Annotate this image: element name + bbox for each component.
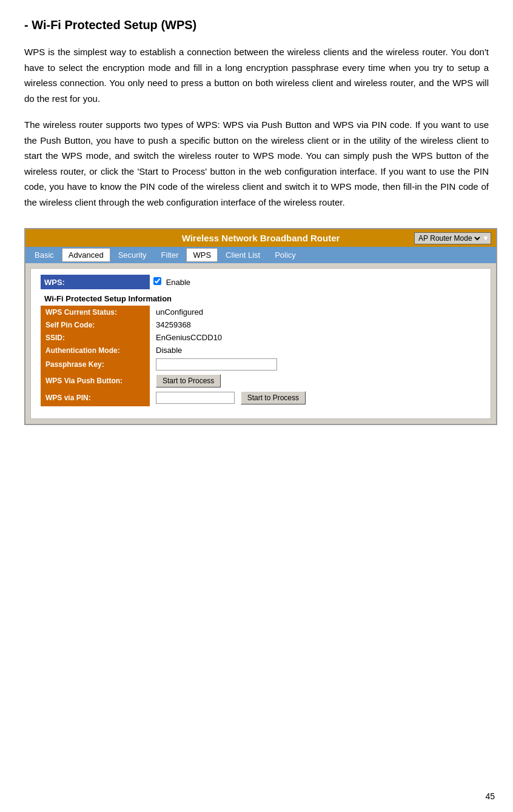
nav-wps[interactable]: WPS	[186, 248, 218, 262]
nav-basic[interactable]: Basic	[28, 248, 61, 262]
paragraph-1: WPS is the simplest way to establish a c…	[24, 44, 489, 106]
wps-status-row: WPS Current Status: unConfigured	[41, 306, 481, 318]
self-pin-label: Self Pin Code:	[41, 318, 150, 331]
wps-enable-cell: Enable	[150, 275, 481, 289]
passphrase-cell	[150, 357, 481, 372]
auth-mode-value: Disable	[150, 344, 481, 357]
wps-enable-checkbox[interactable]	[153, 277, 161, 285]
pin-input[interactable]	[156, 392, 235, 404]
page-content: - Wi-Fi Protected Setup (WPS) WPS is the…	[0, 0, 513, 480]
page-title: - Wi-Fi Protected Setup (WPS)	[24, 18, 489, 32]
pin-cell: Start to Process	[150, 389, 481, 406]
paragraph-2: The wireless router supports two types o…	[24, 117, 489, 210]
ap-mode-select[interactable]: AP Router Mode ▼	[414, 232, 491, 244]
section-heading-row: Wi-Fi Protected Setup Information	[41, 289, 481, 306]
pin-label: WPS via PIN:	[41, 389, 150, 406]
nav-client-list[interactable]: Client List	[219, 248, 267, 262]
push-button-cell: Start to Process	[150, 372, 481, 389]
nav-policy[interactable]: Policy	[268, 248, 303, 262]
nav-bar: Basic Advanced Security Filter WPS Clien…	[25, 247, 496, 263]
section-heading: Wi-Fi Protected Setup Information	[41, 289, 481, 306]
ssid-row: SSID: EnGeniusCCDD10	[41, 331, 481, 344]
push-button-label: WPS Via Push Button:	[41, 372, 150, 389]
wps-status-value: unConfigured	[150, 306, 481, 318]
router-header: Wireless Network Broadband Router AP Rou…	[25, 229, 496, 247]
auth-mode-label: Authentication Mode:	[41, 344, 150, 357]
wps-label: WPS:	[41, 275, 150, 289]
ssid-value: EnGeniusCCDD10	[150, 331, 481, 344]
nav-advanced[interactable]: Advanced	[62, 248, 110, 262]
router-body: WPS: Enable Wi-Fi Protected Setup Inform…	[30, 268, 491, 419]
auth-mode-row: Authentication Mode: Disable	[41, 344, 481, 357]
ssid-label: SSID:	[41, 331, 150, 344]
passphrase-input[interactable]	[156, 358, 277, 371]
start-process-pin-button[interactable]: Start to Process	[241, 391, 306, 404]
push-button-row: WPS Via Push Button: Start to Process	[41, 372, 481, 389]
passphrase-label: Passphrase Key:	[41, 357, 150, 372]
pin-row: WPS via PIN: Start to Process	[41, 389, 481, 406]
wps-enable-text: Enable	[166, 278, 190, 287]
self-pin-value: 34259368	[150, 318, 481, 331]
nav-filter[interactable]: Filter	[155, 248, 186, 262]
wps-table: WPS: Enable Wi-Fi Protected Setup Inform…	[41, 275, 481, 406]
router-ui: Wireless Network Broadband Router AP Rou…	[24, 228, 497, 425]
start-process-push-button[interactable]: Start to Process	[156, 374, 221, 388]
wps-enable-row: WPS: Enable	[41, 275, 481, 289]
nav-security[interactable]: Security	[112, 248, 153, 262]
self-pin-row: Self Pin Code: 34259368	[41, 318, 481, 331]
wps-status-label: WPS Current Status:	[41, 306, 150, 318]
passphrase-row: Passphrase Key:	[41, 357, 481, 372]
dropdown-arrow-icon: ▼	[482, 234, 489, 243]
page-number: 45	[485, 791, 495, 801]
ap-mode-dropdown[interactable]: AP Router Mode	[416, 233, 482, 243]
